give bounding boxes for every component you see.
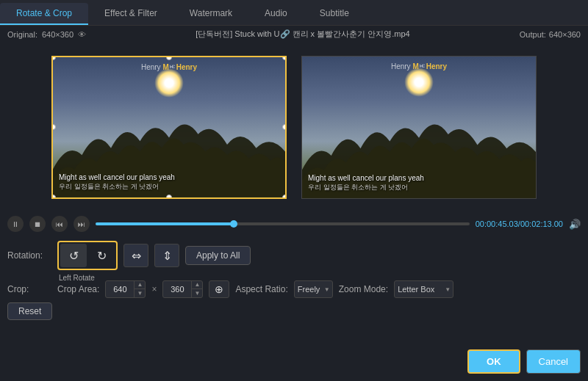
original-res: 640×360 [42,30,74,39]
flip-horizontal-button[interactable]: ⇔ [123,244,148,267]
progress-fill [96,222,234,225]
aspect-ratio-select[interactable]: Freely 16:9 4:3 1:1 9:16 [294,280,333,298]
volume-icon[interactable]: 🔊 [569,219,581,230]
prev-frame-button[interactable]: ⏮ [51,216,68,232]
zoom-select-wrapper: Letter Box Pan & Scan Full [394,280,453,298]
crop-handle-mr[interactable] [282,124,287,130]
rotation-row: Rotation: ↺ ↻ Left Rotate ⇔ ⇕ Apply to A… [7,241,581,270]
next-frame-button[interactable]: ⏭ [74,216,90,232]
left-preview: Henry M🅪Henry Might as well cancel our p… [51,56,287,199]
left-watermark: Henry M🅪Henry [141,63,197,71]
tab-watermark[interactable]: Watermark [173,3,248,25]
zoom-mode-select[interactable]: Letter Box Pan & Scan Full [394,280,453,298]
crop-height-input[interactable]: 360 ▲ ▼ [162,280,203,298]
right-subtitle2: 우리 일정들은 취소하는 게 낫겠어 [308,183,530,192]
right-subtitle1: Might as well cancel our plans yeah [308,174,530,182]
right-preview-wrapper: Henry M🅪Henry Might as well cancel our p… [301,56,537,199]
crop-height-value: 360 [163,285,191,294]
rotate-group: ↺ ↻ Left Rotate [57,241,118,270]
crop-handle-br[interactable] [282,195,287,199]
ok-button[interactable]: OK [467,349,520,374]
crop-handle-tr[interactable] [282,56,287,60]
crop-height-up[interactable]: ▲ [192,281,202,289]
pause-button[interactable]: ⏸ [7,216,24,232]
reset-button[interactable]: Reset [7,302,52,320]
progress-thumb[interactable] [230,220,237,228]
tab-rotate-crop[interactable]: Rotate & Crop [0,3,88,25]
stop-button[interactable]: ⏹ [29,216,46,232]
output-info: Output: 640×360 [520,30,581,39]
tabs-bar: Rotate & Crop Effect & Filter Watermark … [0,0,588,26]
original-label: Original: [7,30,37,39]
output-res: 640×360 [549,30,581,39]
rotation-label: Rotation: [7,250,51,261]
left-preview-wrapper: Henry M🅪Henry Might as well cancel our p… [51,56,287,199]
crop-width-spinners: ▲ ▼ [134,281,145,297]
center-crop-button[interactable]: ⊕ [209,280,229,298]
aspect-select-wrapper: Freely 16:9 4:3 1:1 9:16 [294,280,333,298]
right-preview-inner: Henry M🅪Henry Might as well cancel our p… [302,57,536,198]
time-display: 00:00:45.03/00:02:13.00 [476,219,563,228]
tab-effect-filter[interactable]: Effect & Filter [88,3,173,25]
info-left: Original: 640×360 👁 [7,30,86,39]
right-preview: Henry M🅪Henry Might as well cancel our p… [301,56,537,199]
tab-subtitle[interactable]: Subtitle [304,3,365,25]
controls-area: Rotation: ↺ ↻ Left Rotate ⇔ ⇕ Apply to A… [0,236,588,324]
apply-all-button[interactable]: Apply to All [185,246,251,265]
right-rotate-button[interactable]: ↻ [88,244,115,267]
rotate-tooltip: Left Rotate [59,274,95,282]
eye-icon[interactable]: 👁 [78,30,86,39]
output-label: Output: [520,30,546,39]
progress-track[interactable] [96,222,470,225]
crop-height-down[interactable]: ▼ [192,289,202,297]
right-watermark: Henry M🅪Henry [391,62,447,70]
bottom-bar: OK Cancel [467,349,581,374]
sun-graphic [154,68,184,98]
crop-row: Crop: Crop Area: 640 ▲ ▼ × 360 ▲ ▼ ⊕ Asp… [7,280,581,298]
previews-area: Henry M🅪Henry Might as well cancel our p… [0,43,588,211]
zoom-label: Zoom Mode: [339,284,388,294]
left-preview-inner: Henry M🅪Henry Might as well cancel our p… [53,57,285,197]
cancel-button[interactable]: Cancel [526,349,581,374]
crop-label: Crop: [7,284,51,294]
left-rotate-button[interactable]: ↺ [60,244,87,267]
crop-handle-bc[interactable] [166,195,172,199]
left-subtitle2: 우리 일정들은 취소하는 게 낫겠어 [59,182,279,192]
flip-vertical-button[interactable]: ⇕ [154,244,179,267]
file-name: [단독버전] Stuck with U🔗 캔리 x 볼빨간사춘기 안지영.mp4 [196,29,409,40]
crop-area-label: Crop Area: [57,284,99,294]
aspect-label: Aspect Ratio: [235,284,287,294]
playback-bar: ⏸ ⏹ ⏮ ⏭ 00:00:45.03/00:02:13.00 🔊 [0,211,588,236]
tab-audio[interactable]: Audio [248,3,304,25]
info-bar: Original: 640×360 👁 [단독버전] Stuck with U🔗… [0,26,588,43]
crop-height-spinners: ▲ ▼ [191,281,202,297]
crop-width-up[interactable]: ▲ [135,281,145,289]
times-sign: × [151,284,157,294]
main-content: Original: 640×360 👁 [단독버전] Stuck with U🔗… [0,26,588,381]
crop-width-input[interactable]: 640 ▲ ▼ [105,280,146,298]
crop-width-down[interactable]: ▼ [135,289,145,297]
right-sun-graphic [404,68,434,97]
left-subtitle1: Might as well cancel our plans yeah [59,173,279,181]
crop-width-value: 640 [106,285,134,294]
